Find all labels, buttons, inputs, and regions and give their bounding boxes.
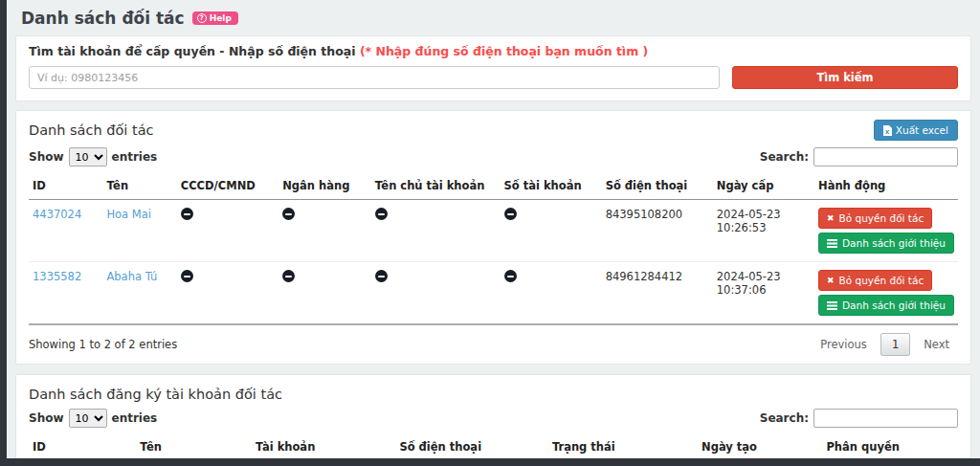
registrations-search-input[interactable] [813,409,958,428]
page-header: Danh sách đối tác ? Help [21,9,971,28]
col-permission[interactable]: Phân quyền [822,433,958,458]
registrations-page-size-select[interactable]: 10 [69,409,107,428]
col-account-number[interactable]: Số tài khoản [501,172,602,200]
table-row: 4437024 Hoa Mai 84395108200 2024-05-23 1… [29,200,958,262]
table-row: 1335582 Abaha Tú 84961284412 2024-05-23 … [29,262,958,325]
help-badge[interactable]: ? Help [192,11,238,25]
minus-circle-icon [282,270,295,282]
list-icon [827,301,837,310]
partners-search-control: Search: [760,147,958,166]
window-frame-bottom [0,458,980,466]
partners-controls: Show 10 entries Search: [29,147,958,166]
partners-title: Danh sách đối tác [29,120,154,138]
registrations-search-control: Search: [760,409,958,428]
entries-label: entries [112,411,158,425]
page-1-button[interactable]: 1 [880,333,910,356]
window-frame-left [0,0,7,466]
show-label: Show [29,150,64,164]
minus-circle-icon [282,208,295,220]
revoke-partner-button[interactable]: ✖Bỏ quyền đối tác [818,270,932,291]
x-icon: ✖ [827,213,835,223]
next-button[interactable]: Next [915,334,958,355]
phone-search-input[interactable] [29,66,720,89]
excel-file-icon [883,125,892,136]
minus-circle-icon [375,208,388,220]
question-circle-icon: ? [197,13,207,23]
col-id[interactable]: ID [29,433,136,458]
referral-list-label: Danh sách giới thiệu [842,300,946,311]
minus-circle-icon [504,270,517,282]
col-name[interactable]: Tên [136,433,252,458]
partners-search-input[interactable] [813,147,958,166]
search-panel-label: Tìm tài khoản để cấp quyền - Nhập số điệ… [29,44,958,58]
help-badge-label: Help [210,13,232,23]
partner-phone: 84961284412 [602,262,713,325]
partner-id-link[interactable]: 1335582 [33,270,81,283]
previous-button[interactable]: Previous [812,334,876,355]
export-excel-button[interactable]: Xuất excel [874,120,958,141]
col-created-date[interactable]: Ngày tạo [698,433,822,458]
registrations-table: ID Tên Tài khoản Số điện thoại Trạng thá… [29,433,958,458]
referral-list-button[interactable]: Danh sách giới thiệu [818,233,954,254]
partner-granted-date: 2024-05-23 10:37:06 [713,262,814,325]
col-phone[interactable]: Số điện thoại [395,433,547,458]
show-label: Show [29,411,64,425]
minus-circle-icon [375,270,388,282]
revoke-partner-button[interactable]: ✖Bỏ quyền đối tác [818,208,932,229]
partners-panel: Danh sách đối tác Xuất excel Show 10 ent… [15,110,971,365]
search-panel: Tìm tài khoản để cấp quyền - Nhập số điệ… [15,35,971,101]
x-icon: ✖ [827,276,835,285]
registrations-header: Danh sách đăng ký tài khoản đối tác [29,384,958,402]
col-name[interactable]: Tên [102,172,176,200]
partners-footer: Showing 1 to 2 of 2 entries Previous 1 N… [29,327,958,356]
col-granted-date[interactable]: Ngày cấp [713,172,814,200]
registrations-controls: Show 10 entries Search: [29,409,958,428]
list-icon [827,239,837,248]
partner-granted-date: 2024-05-23 10:26:53 [713,200,814,262]
revoke-partner-label: Bỏ quyền đối tác [839,212,924,224]
col-account-owner[interactable]: Tên chủ tài khoản [371,172,501,200]
revoke-partner-label: Bỏ quyền đối tác [839,275,924,286]
partner-name-link[interactable]: Hoa Mai [106,208,151,221]
col-account[interactable]: Tài khoản [252,433,395,458]
partners-showing-info: Showing 1 to 2 of 2 entries [29,338,177,351]
page-title: Danh sách đối tác [21,9,185,28]
partner-name-link[interactable]: Abaha Tú [106,270,157,283]
col-id[interactable]: ID [29,172,102,200]
registrations-header-row: ID Tên Tài khoản Số điện thoại Trạng thá… [29,433,958,458]
registrations-search-label: Search: [760,411,809,425]
minus-circle-icon [504,208,517,220]
partner-id-link[interactable]: 4437024 [33,208,81,221]
referral-list-label: Danh sách giới thiệu [842,237,946,249]
minus-circle-icon [181,270,193,282]
page-content: Danh sách đối tác ? Help Tìm tài khoản đ… [7,0,980,458]
partners-header: Danh sách đối tác Xuất excel [29,120,958,141]
search-button[interactable]: Tìm kiếm [732,66,958,89]
search-panel-note: (* Nhập đúng số điện thoại bạn muốn tìm … [360,44,648,58]
partner-phone: 84395108200 [602,200,713,262]
entries-label: entries [112,150,158,164]
partners-table: ID Tên CCCD/CMND Ngân hàng Tên chủ tài k… [29,172,958,325]
partners-pagination: Previous 1 Next [812,333,958,356]
export-excel-label: Xuất excel [896,124,948,136]
registrations-panel: Danh sách đăng ký tài khoản đối tác Show… [15,374,971,458]
col-action[interactable]: Hành động [814,172,958,200]
minus-circle-icon [181,208,193,220]
registrations-title: Danh sách đăng ký tài khoản đối tác [29,384,282,402]
partners-length-control: Show 10 entries [29,147,157,166]
partners-search-label: Search: [760,150,809,164]
search-panel-label-text: Tìm tài khoản để cấp quyền - Nhập số điệ… [29,44,360,58]
partners-header-row: ID Tên CCCD/CMND Ngân hàng Tên chủ tài k… [29,172,958,200]
col-phone[interactable]: Số điện thoại [602,172,713,200]
col-status[interactable]: Trạng thái [548,433,698,458]
partners-page-size-select[interactable]: 10 [69,147,107,166]
col-bank[interactable]: Ngân hàng [278,172,370,200]
col-cccd[interactable]: CCCD/CMND [177,172,279,200]
search-row: Tìm kiếm [29,66,958,89]
registrations-length-control: Show 10 entries [29,409,157,428]
referral-list-button[interactable]: Danh sách giới thiệu [818,295,954,316]
